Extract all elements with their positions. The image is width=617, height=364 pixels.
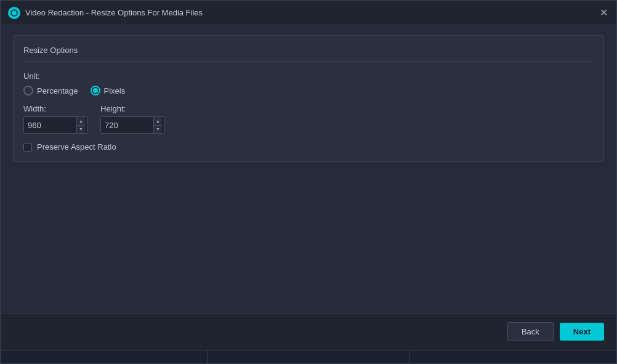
width-spinner-buttons: ▲ ▼ [76,117,85,133]
unit-label: Unit: [23,71,594,81]
dimensions-row: Width: ▲ ▼ Height: ▲ [23,104,594,134]
unit-group: Unit: Percentage Pixels [23,71,594,95]
titlebar-left: Video Redaction - Resize Options For Med… [8,7,203,19]
width-label: Width: [23,104,88,113]
statusbar [1,350,616,363]
statusbar-segment-1 [7,350,208,363]
width-increment-button[interactable]: ▲ [77,117,85,125]
resize-options-panel: Resize Options Unit: Percentage Pixels [13,35,604,162]
statusbar-segment-3 [409,350,610,363]
radio-percentage[interactable]: Percentage [23,86,78,95]
preserve-aspect-ratio-checkbox[interactable] [23,143,32,152]
height-increment-button[interactable]: ▲ [154,117,162,125]
height-input[interactable] [101,117,153,133]
app-icon [8,7,20,19]
radio-label-percentage: Percentage [37,86,78,95]
width-spinner: ▲ ▼ [23,116,88,134]
height-spinner-buttons: ▲ ▼ [153,117,162,133]
back-button[interactable]: Back [507,322,554,341]
radio-label-pixels: Pixels [104,86,126,95]
width-input[interactable] [24,117,76,133]
radio-pixels[interactable]: Pixels [91,86,126,95]
section-header: Resize Options [23,46,594,62]
radio-circle-percentage [23,86,33,95]
titlebar: Video Redaction - Resize Options For Med… [1,1,616,25]
height-group: Height: ▲ ▼ [100,104,165,134]
width-decrement-button[interactable]: ▼ [77,125,85,134]
window-title: Video Redaction - Resize Options For Med… [25,8,203,17]
radio-circle-pixels [91,86,100,95]
preserve-aspect-ratio-row[interactable]: Preserve Aspect Ratio [23,142,594,152]
statusbar-segment-2 [208,350,409,363]
content-area: Resize Options Unit: Percentage Pixels [1,25,616,313]
window: Video Redaction - Resize Options For Med… [0,0,617,364]
height-decrement-button[interactable]: ▼ [154,125,162,134]
height-label: Height: [100,104,165,113]
height-spinner: ▲ ▼ [100,116,165,134]
width-group: Width: ▲ ▼ [23,104,88,134]
radio-group: Percentage Pixels [23,86,594,95]
close-button[interactable]: ✕ [598,7,609,18]
next-button[interactable]: Next [560,323,604,341]
preserve-aspect-ratio-label: Preserve Aspect Ratio [37,142,116,152]
footer: Back Next [1,313,616,350]
